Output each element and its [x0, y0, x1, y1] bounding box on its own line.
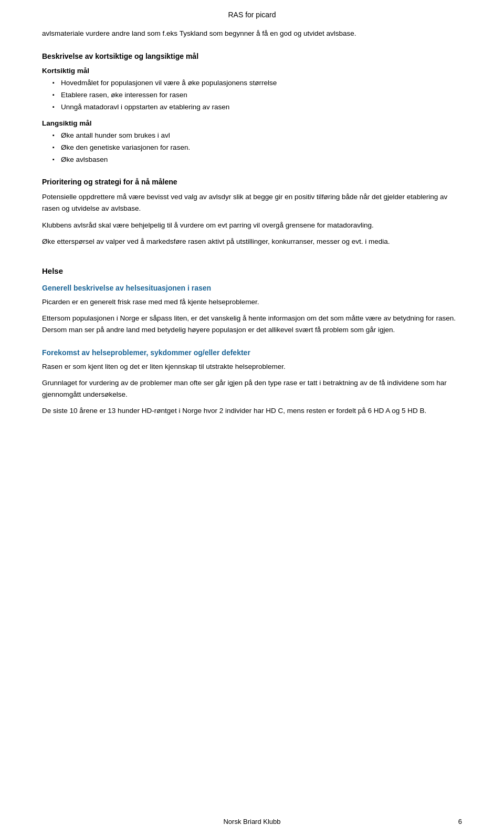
forekomst-text2: Grunnlaget for vurdering av de problemer…: [42, 377, 462, 400]
bullet-item: Unngå matadoravl i oppstarten av etabler…: [52, 102, 462, 113]
prioritering-text2: Klubbens avlsråd skal være behjelpelig t…: [42, 220, 462, 231]
langsiktig-label: Langsiktig mål: [42, 119, 462, 127]
bullet-item: Etablere rasen, øke interessen for rasen: [52, 90, 462, 101]
forekomst-text1: Rasen er som kjent liten og det er liten…: [42, 361, 462, 373]
beskrivelse-heading: Beskrivelse av kortsiktige og langsiktig…: [42, 52, 462, 60]
bullet-item: Øke den genetiske variasjonen for rasen.: [52, 142, 462, 153]
prioritering-section: Prioritering og strategi for å nå målene…: [42, 178, 462, 247]
footer: Norsk Briard Klubb: [0, 818, 504, 825]
bullet-item: Øke avlsbasen: [52, 154, 462, 166]
langsiktig-bullets: Øke antall hunder som brukes i avl Øke d…: [42, 130, 462, 166]
forekomst-heading: Forekomst av helseproblemer, sykdommer o…: [42, 348, 462, 357]
forekomst-section: Forekomst av helseproblemer, sykdommer o…: [42, 348, 462, 417]
footer-page-number: 6: [458, 818, 462, 825]
kortsiktig-label: Kortsiktig mål: [42, 67, 462, 75]
helse-subheading: Generell beskrivelse av helsesituasjonen…: [42, 284, 462, 292]
helse-heading: Helse: [42, 266, 462, 275]
helse-section: Helse Generell beskrivelse av helsesitua…: [42, 266, 462, 336]
bullet-item: Hovedmålet for populasjonen vil være å ø…: [52, 78, 462, 89]
bullet-item: Øke antall hunder som brukes i avl: [52, 130, 462, 141]
page-container: RAS for picard avlsmateriale vurdere and…: [0, 0, 504, 836]
prioritering-heading: Prioritering og strategi for å nå målene: [42, 178, 462, 186]
prioritering-text3: Øke etterspørsel av valper ved å markeds…: [42, 236, 462, 247]
beskrivelse-section: Beskrivelse av kortsiktige og langsiktig…: [42, 52, 462, 166]
kortsiktig-bullets: Hovedmålet for populasjonen vil være å ø…: [42, 78, 462, 113]
forekomst-text3: De siste 10 årene er 13 hunder HD-røntge…: [42, 405, 462, 417]
page-title: RAS for picard: [42, 11, 462, 19]
footer-org: Norsk Briard Klubb: [0, 818, 504, 825]
helse-text1: Picarden er en generelt frisk rase med m…: [42, 296, 462, 308]
intro-text: avlsmateriale vurdere andre land som f.e…: [42, 28, 462, 39]
helse-text2: Ettersom populasjonen i Norge er såpass …: [42, 313, 462, 335]
prioritering-text1: Potensielle oppdrettere må være bevisst …: [42, 191, 462, 214]
